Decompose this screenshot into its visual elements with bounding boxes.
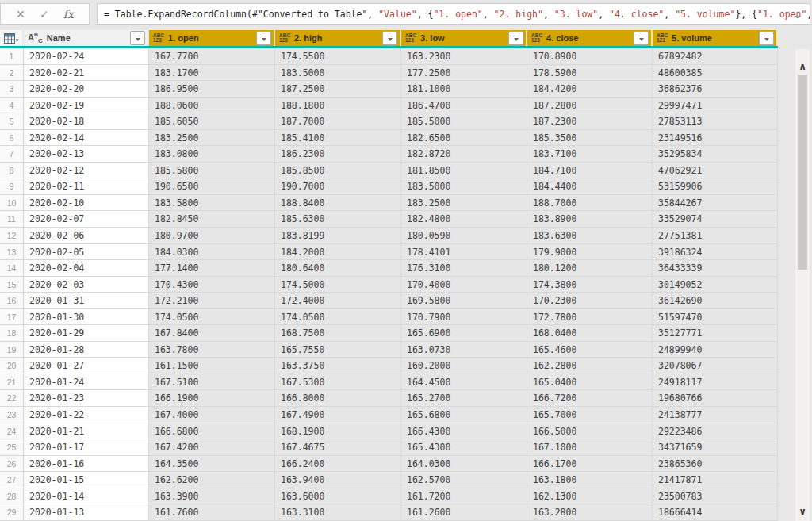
cell-low[interactable]: 186.4700 <box>401 98 527 114</box>
cell-high[interactable]: 167.5300 <box>275 374 401 391</box>
cell-volume[interactable]: 33529074 <box>653 211 778 228</box>
cell-low[interactable]: 181.8500 <box>401 163 527 179</box>
cell-open[interactable]: 188.0600 <box>149 98 275 114</box>
row-number[interactable]: 15 <box>0 277 24 293</box>
cell-high[interactable]: 163.9400 <box>275 472 401 488</box>
cell-name[interactable]: 2020-01-23 <box>24 390 149 407</box>
cell-close[interactable]: 170.2300 <box>527 293 653 309</box>
cell-low[interactable]: 165.6800 <box>401 407 527 423</box>
row-number[interactable]: 26 <box>0 456 24 473</box>
cell-volume[interactable]: 30149052 <box>653 277 778 293</box>
cell-name[interactable]: 2020-02-11 <box>24 178 149 195</box>
column-header-4-close[interactable]: ABC1234. close <box>527 30 653 46</box>
cell-volume[interactable]: 35127771 <box>653 325 778 342</box>
cell-open[interactable]: 190.6500 <box>149 178 275 195</box>
cell-high[interactable]: 188.8400 <box>275 195 401 212</box>
cell-close[interactable]: 165.4600 <box>527 342 653 358</box>
cell-open[interactable]: 180.9700 <box>149 228 275 244</box>
row-number[interactable]: 1 <box>0 48 24 65</box>
cell-open[interactable]: 172.2100 <box>149 293 275 309</box>
cell-low[interactable]: 183.5000 <box>401 178 527 195</box>
formula-input[interactable]: = Table.ExpandRecordColumn(#"Converted t… <box>97 3 810 25</box>
cell-volume[interactable]: 29223486 <box>653 423 778 440</box>
cell-volume[interactable]: 35844267 <box>653 195 778 212</box>
cell-open[interactable]: 182.8450 <box>149 211 275 228</box>
cell-close[interactable]: 167.1000 <box>527 439 653 456</box>
filter-dropdown-button[interactable] <box>634 31 649 45</box>
row-number[interactable]: 18 <box>0 325 24 342</box>
cell-high[interactable]: 184.2000 <box>275 244 401 261</box>
cell-high[interactable]: 168.7500 <box>275 325 401 342</box>
cell-open[interactable]: 161.7600 <box>149 504 275 521</box>
column-header-3-low[interactable]: ABC1233. low <box>401 30 527 46</box>
cell-name[interactable]: 2020-01-30 <box>24 309 149 326</box>
row-number[interactable]: 29 <box>0 504 24 521</box>
cell-high[interactable]: 185.8500 <box>275 163 401 179</box>
cell-high[interactable]: 165.7550 <box>275 342 401 358</box>
cell-low[interactable]: 163.2300 <box>401 48 527 65</box>
cell-low[interactable]: 177.2500 <box>401 65 527 82</box>
cell-close[interactable]: 180.1200 <box>527 260 653 277</box>
cell-name[interactable]: 2020-01-24 <box>24 374 149 391</box>
cell-open[interactable]: 163.7800 <box>149 342 275 358</box>
cell-high[interactable]: 183.8199 <box>275 228 401 244</box>
cell-close[interactable]: 162.2800 <box>527 358 653 374</box>
row-number[interactable]: 27 <box>0 472 24 488</box>
cell-high[interactable]: 172.4000 <box>275 293 401 309</box>
cell-name[interactable]: 2020-01-29 <box>24 325 149 342</box>
row-number[interactable]: 7 <box>0 146 24 163</box>
cell-low[interactable]: 182.6500 <box>401 130 527 147</box>
cell-close[interactable]: 166.1700 <box>527 456 653 473</box>
cell-volume[interactable]: 23149516 <box>653 130 778 147</box>
cell-high[interactable]: 187.2500 <box>275 81 401 98</box>
row-number[interactable]: 12 <box>0 228 24 244</box>
cell-high[interactable]: 167.4675 <box>275 439 401 456</box>
row-number[interactable]: 3 <box>0 81 24 98</box>
cell-close[interactable]: 184.4200 <box>527 81 653 98</box>
cell-name[interactable]: 2020-02-03 <box>24 277 149 293</box>
cell-volume[interactable]: 36142690 <box>653 293 778 309</box>
cell-high[interactable]: 186.2300 <box>275 146 401 163</box>
filter-dropdown-button[interactable] <box>508 31 523 45</box>
cell-name[interactable]: 2020-02-05 <box>24 244 149 261</box>
cell-close[interactable]: 188.7000 <box>527 195 653 212</box>
cell-low[interactable]: 181.1000 <box>401 81 527 98</box>
cell-low[interactable]: 182.4800 <box>401 211 527 228</box>
cell-high[interactable]: 163.6000 <box>275 488 401 505</box>
cell-open[interactable]: 183.2500 <box>149 130 275 147</box>
cell-low[interactable]: 162.5700 <box>401 472 527 488</box>
cell-name[interactable]: 2020-01-31 <box>24 293 149 309</box>
cell-open[interactable]: 167.8400 <box>149 325 275 342</box>
row-number[interactable]: 2 <box>0 65 24 82</box>
row-number[interactable]: 21 <box>0 374 24 391</box>
cell-volume[interactable]: 51597470 <box>653 309 778 326</box>
cell-volume[interactable]: 36433339 <box>653 260 778 277</box>
cell-open[interactable]: 167.7700 <box>149 48 275 65</box>
cell-open[interactable]: 186.9500 <box>149 81 275 98</box>
cell-volume[interactable]: 39186324 <box>653 244 778 261</box>
cell-close[interactable]: 185.3500 <box>527 130 653 147</box>
scrollbar-thumb[interactable] <box>798 75 807 270</box>
cell-name[interactable]: 2020-02-10 <box>24 195 149 212</box>
cell-volume[interactable]: 67892482 <box>653 48 778 65</box>
cell-name[interactable]: 2020-02-04 <box>24 260 149 277</box>
cell-volume[interactable]: 36862376 <box>653 81 778 98</box>
filter-dropdown-button[interactable] <box>759 31 774 45</box>
cell-name[interactable]: 2020-01-14 <box>24 488 149 505</box>
cell-volume[interactable]: 27853113 <box>653 113 778 130</box>
cell-name[interactable]: 2020-02-13 <box>24 146 149 163</box>
cell-close[interactable]: 166.7200 <box>527 390 653 407</box>
row-number[interactable]: 14 <box>0 260 24 277</box>
cell-high[interactable]: 166.2400 <box>275 456 401 473</box>
cell-open[interactable]: 183.1700 <box>149 65 275 82</box>
cell-name[interactable]: 2020-01-22 <box>24 407 149 423</box>
row-number[interactable]: 8 <box>0 163 24 179</box>
cell-close[interactable]: 183.6300 <box>527 228 653 244</box>
row-number[interactable]: 4 <box>0 98 24 114</box>
cell-open[interactable]: 166.6800 <box>149 423 275 440</box>
cell-name[interactable]: 2020-01-15 <box>24 472 149 488</box>
row-number[interactable]: 5 <box>0 113 24 130</box>
cell-low[interactable]: 170.7900 <box>401 309 527 326</box>
cell-close[interactable]: 165.7000 <box>527 407 653 423</box>
cell-open[interactable]: 177.1400 <box>149 260 275 277</box>
